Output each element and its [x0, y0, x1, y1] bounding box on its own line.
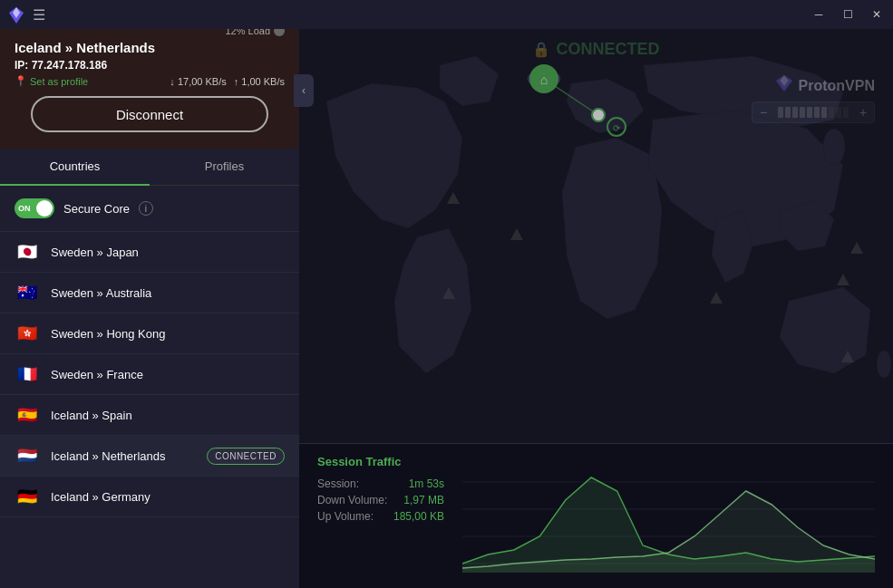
maximize-button[interactable]: ☐ [839, 5, 857, 24]
flag-france-icon: 🇫🇷 [15, 365, 40, 383]
list-item[interactable]: 🇪🇸 Iceland » Spain [0, 395, 299, 436]
bottom-stats: Session Traffic Session: 1m 53s Down Vol… [299, 443, 893, 588]
close-button[interactable]: ✕ [868, 5, 886, 24]
country-list: 🇯🇵 Sweden » Japan 🇦🇺 Sweden » Australia … [0, 232, 299, 588]
connection-meta: 📍 Set as profile ↓ 17,00 KB/s ↑ 1,00 KB/… [15, 75, 285, 87]
flag-hongkong-icon: 🇭🇰 [15, 324, 40, 342]
country-name: Sweden » Japan [51, 246, 285, 259]
list-item[interactable]: 🇦🇺 Sweden » Australia [0, 273, 299, 313]
country-name: Iceland » Netherlands [51, 449, 196, 463]
flag-spain-icon: 🇪🇸 [15, 406, 40, 424]
tab-countries[interactable]: Countries [0, 149, 150, 186]
up-speed: ↑ 1,00 KB/s [234, 76, 285, 87]
list-item-connected[interactable]: 🇳🇱 Iceland » Netherlands CONNECTED [0, 436, 299, 477]
speed-info: ↓ 17,00 KB/s ↑ 1,00 KB/s [170, 76, 285, 87]
down-value: 1,97 MB [403, 494, 444, 506]
svg-text:⟳: ⟳ [613, 123, 621, 133]
hamburger-menu-icon[interactable]: ☰ [33, 6, 45, 24]
session-value: 1m 53s [409, 477, 444, 490]
toggle-knob [36, 200, 53, 217]
flag-netherlands-icon: 🇳🇱 [15, 447, 40, 465]
connection-header: Iceland » Netherlands 12% Load IP: 77.24… [0, 29, 299, 149]
flag-germany-icon: 🇩🇪 [15, 487, 40, 506]
left-panel: Iceland » Netherlands 12% Load IP: 77.24… [0, 29, 299, 588]
titlebar-controls: ─ ☐ ✕ [810, 5, 886, 24]
up-label: Up Volume: [317, 510, 374, 523]
session-label: Session: [317, 477, 359, 490]
list-item[interactable]: 🇯🇵 Sweden » Japan [0, 232, 299, 273]
world-map-svg: ⌂ ⟳ [299, 29, 893, 446]
secure-core-toggle[interactable]: ON [15, 198, 54, 218]
list-item[interactable]: 🇫🇷 Sweden » France [0, 354, 299, 395]
chart-svg [462, 455, 875, 573]
flag-japan-icon: 🇯🇵 [15, 243, 40, 261]
svg-text:⌂: ⌂ [540, 72, 548, 87]
svg-point-18 [592, 109, 605, 121]
list-item[interactable]: 🇩🇪 Iceland » Germany [0, 477, 299, 517]
titlebar-left: ☰ [7, 5, 45, 24]
country-name: Iceland » Spain [51, 409, 285, 422]
map-area: ⌂ ⟳ [299, 29, 893, 446]
list-item[interactable]: 🇭🇰 Sweden » Hong Kong [0, 313, 299, 354]
tab-bar: Countries Profiles [0, 149, 299, 186]
down-label: Down Volume: [317, 494, 387, 506]
country-name: Sweden » Hong Kong [51, 327, 285, 341]
titlebar: ☰ ─ ☐ ✕ [0, 0, 893, 29]
traffic-chart [462, 455, 875, 573]
secure-core-label: Secure Core [63, 202, 130, 216]
app-logo-icon [7, 5, 25, 24]
down-speed: ↓ 17,00 KB/s [170, 76, 226, 87]
country-name: Sweden » France [51, 368, 285, 381]
stats-up-row: Up Volume: 185,00 KB [317, 510, 444, 523]
right-panel: 🔒 CONNECTED ProtonVPN − + [299, 29, 893, 588]
connected-badge: CONNECTED [207, 448, 285, 465]
stats-title: Session Traffic [317, 455, 444, 468]
set-profile-button[interactable]: 📍 Set as profile [15, 75, 88, 87]
disconnect-button[interactable]: Disconnect [31, 96, 268, 132]
set-profile-label: Set as profile [30, 76, 88, 87]
flag-australia-icon: 🇦🇺 [15, 284, 40, 302]
stats-session-row: Session: 1m 53s [317, 477, 444, 490]
country-name: Iceland » Germany [51, 490, 285, 504]
collapse-panel-button[interactable]: ‹ [294, 74, 314, 107]
up-value: 185,00 KB [393, 510, 444, 523]
stats-down-row: Down Volume: 1,97 MB [317, 494, 444, 506]
country-name: Sweden » Australia [51, 286, 285, 300]
minimize-button[interactable]: ─ [810, 5, 828, 24]
connection-title: Iceland » Netherlands [15, 40, 155, 55]
ip-value: 77.247.178.186 [32, 59, 107, 72]
tab-profiles[interactable]: Profiles [150, 149, 299, 186]
secure-core-row: ON Secure Core i [0, 186, 299, 232]
secure-core-info-icon[interactable]: i [139, 201, 153, 216]
connection-ip: IP: 77.247.178.186 [15, 59, 285, 72]
svg-point-6 [823, 129, 845, 165]
stats-info: Session Traffic Session: 1m 53s Down Vol… [317, 455, 444, 577]
svg-point-7 [877, 351, 891, 378]
toggle-label: ON [18, 204, 31, 213]
pin-icon: 📍 [15, 75, 27, 87]
